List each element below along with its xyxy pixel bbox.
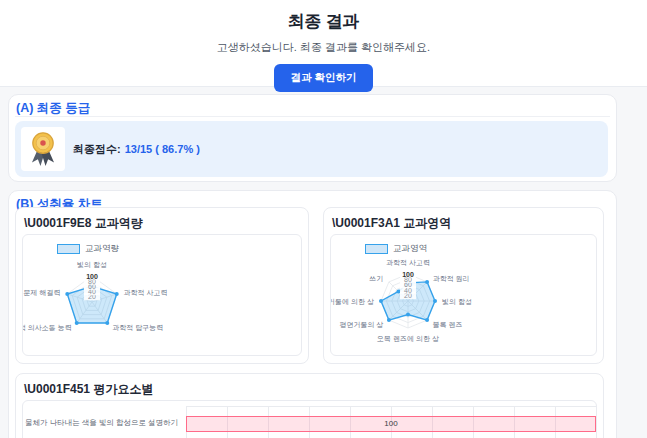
competency-chart-title: \U0001F9E8 교과역량: [24, 215, 143, 232]
view-results-button[interactable]: 결과 확인하기: [274, 64, 374, 92]
radar-axis-label: 볼록 렌즈: [433, 321, 463, 328]
domain-legend-label: 교과영역: [393, 243, 427, 255]
radar-data-point: [425, 280, 429, 284]
radar-axis-label: 과학적 탐구능력: [112, 324, 163, 331]
score-value: 13/15 ( 86.7% ): [125, 143, 200, 155]
bar-category-label: 물체가 나타내는 색을 빛의 합성으로 설명하기: [23, 418, 178, 428]
bar-gridline: [596, 406, 597, 438]
evaluation-chart-title: \U0001F451 평가요소별: [24, 381, 153, 398]
radar-axis-label: 빛의 합성: [77, 261, 107, 269]
final-grade-section: (A) 최종 등급 최종점수: 13/15 ( 86.7% ): [8, 94, 617, 182]
bar-value-label: 100: [186, 419, 596, 428]
section-a-heading: (A) 최종 등급: [16, 100, 90, 117]
evaluation-elements-card: \U0001F451 평가요소별 100물체가 나타내는 색을 빛의 합성으로 …: [15, 373, 604, 438]
radar-data-point: [65, 292, 69, 296]
radar-axis-label: 쓰기: [369, 275, 383, 282]
score-label: 최종점수:: [73, 142, 121, 157]
results-header: 최종 결과 고생하셨습니다. 최종 결과를 확인해주세요. 결과 확인하기: [0, 0, 647, 87]
gold-medal-icon: [26, 130, 60, 168]
radar-data-point: [387, 318, 391, 322]
subject-domain-card: \U0001F3A1 교과영역 교과영역 20406080100과학적 사고력과…: [323, 207, 604, 364]
radar-data-point: [115, 292, 119, 296]
page-subtitle: 고생하셨습니다. 최종 결과를 확인해주세요.: [0, 40, 647, 55]
radar-axis-label: 과학적 사고력: [386, 259, 430, 266]
medal-image: [21, 127, 65, 171]
radar-axis-label: 과학적 원리: [433, 275, 470, 282]
page-title: 최종 결과: [0, 10, 647, 33]
radar-data-point: [406, 313, 410, 317]
radar-axis-label: 평면거울의 상: [339, 321, 383, 329]
bar-plot-topline: [186, 406, 596, 407]
competency-chart-area: 교과역량 20406080100빛의 합성과학적 사고력과학적 탐구능력과학적 …: [22, 234, 302, 356]
radar-axis-label: 오목 렌즈에 의한 상: [377, 335, 439, 342]
radar-axis-label: 과학적 의사소통 능력: [23, 324, 72, 331]
final-score-text: 최종점수: 13/15 ( 86.7% ): [73, 121, 200, 177]
legend-swatch-icon: [57, 244, 80, 254]
radar-data-point: [425, 318, 429, 322]
competency-legend-label: 교과역량: [85, 243, 119, 255]
domain-legend: 교과영역: [365, 243, 427, 255]
radar-axis-label: 오목 거울에 의한 상: [331, 298, 374, 305]
competency-legend: 교과역량: [57, 243, 119, 255]
radar-axis-label: 과학적 문제 해결력: [23, 289, 61, 296]
radar-tick-label: 100: [402, 271, 414, 278]
radar-axis-label: 과학적 사고력: [123, 289, 167, 296]
final-results-page: 최종 결과 고생하셨습니다. 최종 결과를 확인해주세요. 결과 확인하기 (A…: [0, 0, 647, 438]
radar-data-point: [105, 321, 109, 325]
section-a-divider: [15, 116, 610, 117]
subject-competency-card: \U0001F9E8 교과역량 교과역량 20406080100빛의 합성과학적…: [15, 207, 309, 364]
domain-chart-area: 교과영역 20406080100과학적 사고력과학적 원리빛의 합성볼록 렌즈오…: [330, 234, 597, 356]
radar-tick-label: 100: [86, 273, 98, 280]
bar-chart-evaluation: 100물체가 나타내는 색을 빛의 합성으로 설명하기: [22, 400, 597, 438]
radar-data-point: [396, 289, 400, 293]
domain-chart-title: \U0001F3A1 교과영역: [332, 215, 451, 232]
achievement-chart-section: (B) 성취율 차트 \U0001F9E8 교과역량 교과역량 20406080…: [8, 190, 617, 438]
radar-data-point: [433, 299, 437, 303]
radar-data-point: [379, 299, 383, 303]
legend-swatch-icon: [365, 244, 388, 254]
final-score-box: 최종점수: 13/15 ( 86.7% ): [15, 121, 608, 177]
radar-data-point: [75, 321, 79, 325]
radar-axis-label: 빛의 합성: [442, 298, 472, 306]
